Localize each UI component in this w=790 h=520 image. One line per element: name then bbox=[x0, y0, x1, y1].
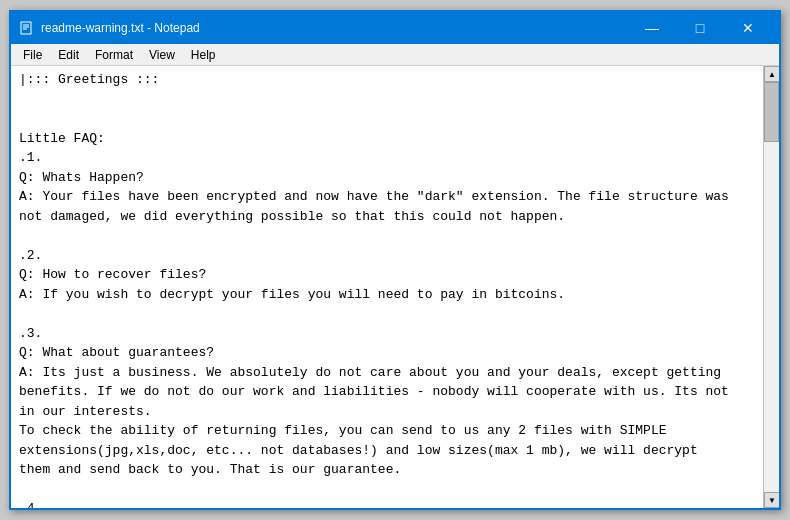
scrollbar-track[interactable] bbox=[764, 82, 779, 492]
menu-file[interactable]: File bbox=[15, 46, 50, 64]
content-area: |::: Greetings ::: Little FAQ: .1. Q: Wh… bbox=[11, 66, 779, 508]
minimize-button[interactable]: — bbox=[629, 12, 675, 44]
scroll-down-button[interactable]: ▼ bbox=[764, 492, 779, 508]
close-button[interactable]: ✕ bbox=[725, 12, 771, 44]
title-bar: readme-warning.txt - Notepad — □ ✕ bbox=[11, 12, 779, 44]
menu-edit[interactable]: Edit bbox=[50, 46, 87, 64]
scrollbar-thumb[interactable] bbox=[764, 82, 779, 142]
scroll-up-button[interactable]: ▲ bbox=[764, 66, 779, 82]
menu-view[interactable]: View bbox=[141, 46, 183, 64]
menu-help[interactable]: Help bbox=[183, 46, 224, 64]
window-title: readme-warning.txt - Notepad bbox=[41, 21, 629, 35]
menu-format[interactable]: Format bbox=[87, 46, 141, 64]
svg-rect-0 bbox=[21, 22, 31, 34]
maximize-button[interactable]: □ bbox=[677, 12, 723, 44]
notepad-window: readme-warning.txt - Notepad — □ ✕ File … bbox=[9, 10, 781, 510]
text-editor[interactable]: |::: Greetings ::: Little FAQ: .1. Q: Wh… bbox=[11, 66, 763, 508]
scrollbar: ▲ ▼ bbox=[763, 66, 779, 508]
app-icon bbox=[19, 20, 35, 36]
menu-bar: File Edit Format View Help bbox=[11, 44, 779, 66]
window-controls: — □ ✕ bbox=[629, 12, 771, 44]
